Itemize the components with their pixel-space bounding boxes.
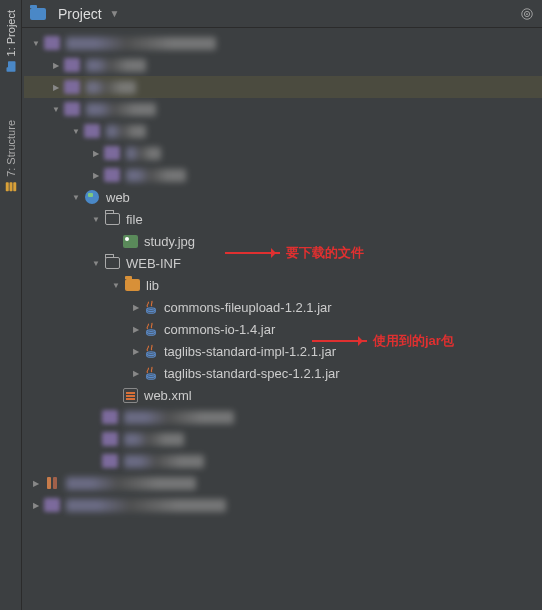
xml-file-icon (122, 387, 138, 403)
tree-row-web[interactable]: web (24, 186, 542, 208)
blurred-label (124, 433, 184, 446)
side-tab-project-label: 1: Project (5, 10, 17, 56)
blurred-label (124, 455, 204, 468)
tree-row-web-inf[interactable]: WEB-INF (24, 252, 542, 274)
project-icon (5, 60, 17, 72)
module-icon (44, 36, 60, 50)
tree-row[interactable] (24, 428, 542, 450)
tree-row[interactable] (24, 450, 542, 472)
tree-row[interactable] (24, 120, 542, 142)
expand-arrow-icon[interactable] (70, 191, 82, 203)
blurred-icon (84, 124, 100, 138)
blurred-icon (104, 146, 120, 160)
tree-row-file[interactable]: file (24, 208, 542, 230)
blurred-icon (64, 80, 80, 94)
tree-row-web-xml[interactable]: web.xml (24, 384, 542, 406)
tree-row[interactable] (24, 164, 542, 186)
tree-row-study-jpg[interactable]: study.jpg (24, 230, 542, 252)
blurred-label (124, 411, 234, 424)
folder-outline-icon (104, 255, 120, 271)
expand-arrow-icon[interactable] (30, 499, 42, 511)
blurred-label (66, 37, 216, 50)
svg-rect-1 (6, 67, 8, 72)
expand-arrow-icon[interactable] (130, 301, 142, 313)
svg-point-7 (526, 13, 528, 15)
view-mode-label[interactable]: Project (58, 6, 102, 22)
expand-arrow-icon[interactable] (130, 323, 142, 335)
folder-outline-icon (104, 211, 120, 227)
blurred-icon (102, 410, 118, 424)
blurred-label (86, 103, 156, 116)
expand-arrow-icon[interactable] (30, 477, 42, 489)
blurred-label (86, 81, 136, 94)
blurred-label (126, 147, 161, 160)
tree-row-lib[interactable]: lib (24, 274, 542, 296)
side-tab-structure-label: 7: Structure (5, 120, 17, 177)
expand-arrow-icon[interactable] (90, 147, 102, 159)
expand-arrow-icon[interactable] (50, 81, 62, 93)
jar-icon (144, 300, 158, 314)
image-file-icon (122, 233, 138, 249)
tree-label: commons-fileupload-1.2.1.jar (164, 300, 332, 315)
web-folder-icon (84, 189, 100, 205)
tree-row[interactable] (24, 472, 542, 494)
expand-arrow-icon[interactable] (90, 213, 102, 225)
lib-folder-icon (124, 277, 140, 293)
svg-rect-3 (9, 183, 12, 192)
svg-rect-2 (5, 183, 8, 192)
blurred-icon (102, 454, 118, 468)
tree-label: commons-io-1.4.jar (164, 322, 275, 337)
blurred-label (86, 59, 146, 72)
expand-arrow-icon[interactable] (110, 279, 122, 291)
structure-icon (5, 181, 17, 193)
blurred-icon (104, 168, 120, 182)
expand-arrow-icon[interactable] (50, 59, 62, 71)
tree-row[interactable] (24, 142, 542, 164)
tree-label: web.xml (144, 388, 192, 403)
libraries-icon (44, 475, 60, 491)
project-toolbar: Project ▼ (22, 0, 542, 28)
tool-window-tabs: 1: Project 7: Structure (0, 0, 22, 610)
tree-row[interactable] (24, 98, 542, 120)
target-icon[interactable] (520, 7, 534, 21)
expand-arrow-icon[interactable] (70, 125, 82, 137)
side-tab-project[interactable]: 1: Project (3, 6, 19, 76)
folder-icon (30, 6, 46, 22)
blurred-icon (102, 432, 118, 446)
jar-icon (144, 366, 158, 380)
expand-arrow-icon[interactable] (90, 257, 102, 269)
expand-arrow-icon[interactable] (50, 103, 62, 115)
tree-row-root[interactable] (24, 32, 542, 54)
blurred-label (126, 169, 186, 182)
expand-arrow-icon[interactable] (90, 169, 102, 181)
tree-label: web (106, 190, 130, 205)
tree-label: file (126, 212, 143, 227)
tree-row[interactable] (24, 54, 542, 76)
expand-arrow-icon[interactable] (130, 367, 142, 379)
tree-row-selected[interactable] (24, 76, 542, 98)
tree-row-jar[interactable]: commons-io-1.4.jar (24, 318, 542, 340)
tree-label: lib (146, 278, 159, 293)
chevron-down-icon[interactable]: ▼ (110, 8, 120, 19)
expand-arrow-icon[interactable] (30, 37, 42, 49)
tree-row[interactable] (24, 406, 542, 428)
tree-label: taglibs-standard-spec-1.2.1.jar (164, 366, 340, 381)
tree-row[interactable] (24, 494, 542, 516)
tree-row-jar[interactable]: commons-fileupload-1.2.1.jar (24, 296, 542, 318)
tree-label: study.jpg (144, 234, 195, 249)
tree-row-jar[interactable]: taglibs-standard-impl-1.2.1.jar (24, 340, 542, 362)
project-tree[interactable]: web file study.jpg WEB-INF lib commons-f… (22, 28, 542, 610)
blurred-icon (64, 102, 80, 116)
jar-icon (144, 322, 158, 336)
side-tab-structure[interactable]: 7: Structure (3, 116, 19, 197)
blurred-label (66, 477, 196, 490)
tree-label: taglibs-standard-impl-1.2.1.jar (164, 344, 336, 359)
svg-rect-4 (13, 183, 16, 192)
expand-arrow-icon[interactable] (130, 345, 142, 357)
tree-label: WEB-INF (126, 256, 181, 271)
tree-row-jar[interactable]: taglibs-standard-spec-1.2.1.jar (24, 362, 542, 384)
blurred-icon (64, 58, 80, 72)
blurred-label (106, 125, 146, 138)
jar-icon (144, 344, 158, 358)
blurred-icon (44, 498, 60, 512)
